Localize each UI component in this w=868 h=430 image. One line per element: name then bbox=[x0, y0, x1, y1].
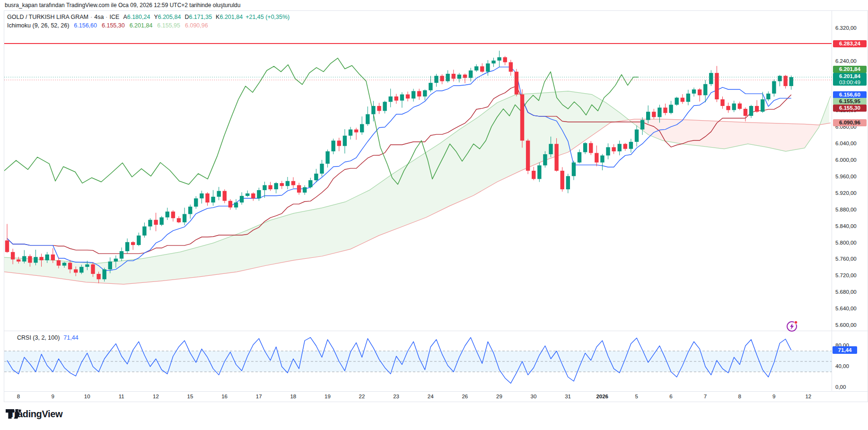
candle-body bbox=[583, 143, 587, 152]
candle-body bbox=[440, 76, 444, 81]
price-pane[interactable]: GOLD / TURKISH LIRA GRAM·4sa·ICEA6.180,2… bbox=[4, 11, 868, 331]
candle-body bbox=[332, 140, 335, 151]
candle-body bbox=[245, 193, 249, 196]
kumo-cloud bbox=[4, 91, 629, 284]
candle-body bbox=[160, 217, 164, 225]
crsi-value: 71,44 bbox=[63, 334, 78, 341]
tradingview-chart-page: { "attribution": "busra_kapan tarafından… bbox=[0, 0, 868, 430]
time-axis-label: 12 bbox=[153, 394, 159, 399]
candle-body bbox=[389, 97, 393, 102]
symbol-interval[interactable]: 4sa bbox=[94, 14, 104, 20]
crsi-tick-label: 40,00 bbox=[835, 363, 849, 369]
symbol-title[interactable]: GOLD / TURKISH LIRA GRAM bbox=[7, 14, 88, 20]
candle-body bbox=[715, 73, 719, 99]
indicator-title[interactable]: Ichimoku (9, 26, 52, 26) bbox=[7, 22, 69, 29]
candle-body bbox=[526, 140, 530, 171]
time-axis-label: 15 bbox=[187, 394, 193, 399]
tenkan-sen-line bbox=[7, 67, 791, 271]
attribution-text: busra_kapan tarafından TradingView.com i… bbox=[5, 2, 240, 9]
ichimoku-values: 6.156,606.155,306.201,846.155,956.090,96 bbox=[69, 22, 208, 29]
price-tick-label: 5.720,00 bbox=[835, 272, 857, 278]
candle-body bbox=[349, 130, 352, 136]
candle-body bbox=[320, 164, 324, 174]
candle-body bbox=[354, 130, 358, 132]
candle-body bbox=[45, 254, 49, 260]
candle-body bbox=[686, 94, 690, 102]
candle-body bbox=[755, 106, 759, 112]
ohlc-letter: Y bbox=[154, 14, 158, 20]
crsi-axis[interactable]: 80,0040,000,00 bbox=[832, 331, 868, 391]
candle-body bbox=[612, 147, 615, 151]
time-axis-label: 9 bbox=[51, 394, 54, 399]
crsi-legend: CRSI (3, 2, 100)71,44 bbox=[17, 334, 79, 341]
ichimoku-value: 6.155,30 bbox=[102, 22, 125, 29]
candle-body bbox=[640, 120, 644, 130]
candle-body bbox=[549, 144, 552, 154]
time-axis-label: 19 bbox=[324, 394, 331, 399]
candle-body bbox=[623, 144, 627, 149]
price-tick-label: 6.000,00 bbox=[835, 157, 857, 163]
candle-body bbox=[744, 109, 747, 116]
candle-body bbox=[234, 202, 238, 207]
candle-body bbox=[171, 211, 175, 218]
candle-body bbox=[600, 156, 604, 163]
crsi-canvas[interactable] bbox=[4, 331, 832, 391]
price-tick-label: 6.240,00 bbox=[835, 58, 857, 64]
price-tick-label: 5.680,00 bbox=[835, 289, 857, 295]
time-axis-label: 29 bbox=[496, 394, 502, 399]
candle-body bbox=[658, 107, 661, 117]
price-tick-label: 6.040,00 bbox=[835, 140, 857, 146]
candle-body bbox=[480, 66, 484, 71]
candle-body bbox=[57, 260, 61, 265]
candle-body bbox=[125, 242, 129, 251]
candle-body bbox=[720, 99, 724, 106]
price-badge: 6.201,84 bbox=[833, 66, 867, 73]
candle-body bbox=[646, 112, 650, 120]
candle-body bbox=[303, 187, 307, 193]
symbol-legend-row: GOLD / TURKISH LIRA GRAM·4sa·ICEA6.180,2… bbox=[7, 13, 289, 21]
candle-body bbox=[589, 143, 593, 153]
time-axis[interactable]: 8910111215161718192223242629303120265678… bbox=[4, 391, 868, 402]
candle-body bbox=[205, 193, 209, 202]
candle-body bbox=[85, 264, 89, 267]
price-axis[interactable]: 6.320,006.280,006.240,006.200,006.160,00… bbox=[832, 11, 868, 331]
ohlc-value: 6.180,24 bbox=[127, 14, 150, 20]
candle-body bbox=[778, 76, 781, 81]
symbol-exchange: ICE bbox=[110, 14, 120, 20]
candle-body bbox=[68, 263, 72, 269]
time-axis-label: 2026 bbox=[596, 394, 608, 399]
candle-body bbox=[343, 136, 347, 146]
time-axis-label: 7 bbox=[704, 394, 707, 399]
candle-body bbox=[223, 191, 227, 201]
candle-body bbox=[228, 201, 232, 208]
candle-body bbox=[486, 63, 490, 71]
candle-body bbox=[188, 207, 192, 214]
candle-body bbox=[217, 191, 221, 197]
time-axis-label: 16 bbox=[221, 394, 228, 399]
candle-body bbox=[366, 114, 369, 124]
candle-body bbox=[274, 183, 278, 189]
candle-body bbox=[34, 257, 37, 263]
crsi-pane[interactable]: CRSI (3, 2, 100)71,44 80,0040,000,00 71,… bbox=[4, 331, 868, 391]
candle-body bbox=[148, 220, 152, 227]
crsi-title[interactable]: CRSI (3, 2, 100) bbox=[17, 334, 60, 341]
price-chart-canvas[interactable] bbox=[4, 11, 832, 331]
candle-body bbox=[497, 57, 501, 61]
candle-body bbox=[62, 263, 66, 265]
candle-body bbox=[114, 259, 118, 262]
chart-legend: GOLD / TURKISH LIRA GRAM·4sa·ICEA6.180,2… bbox=[7, 13, 289, 30]
time-axis-label: 8 bbox=[738, 394, 741, 399]
tradingview-logo[interactable]: TradingView bbox=[6, 409, 62, 420]
price-badge: 6.283,24 bbox=[833, 40, 867, 47]
price-badge: 6.155,30 bbox=[833, 105, 867, 112]
price-badge: 6.201,8403:00:49 bbox=[833, 73, 867, 86]
candle-body bbox=[766, 94, 770, 99]
candle-body bbox=[297, 185, 301, 193]
candle-body bbox=[251, 193, 255, 198]
candle-body bbox=[537, 166, 541, 179]
candle-body bbox=[211, 197, 215, 202]
legend-separator: · bbox=[105, 14, 107, 20]
time-axis-label: 6 bbox=[669, 394, 672, 399]
candle-body bbox=[434, 76, 438, 83]
quick-alert-icon[interactable] bbox=[785, 319, 798, 333]
